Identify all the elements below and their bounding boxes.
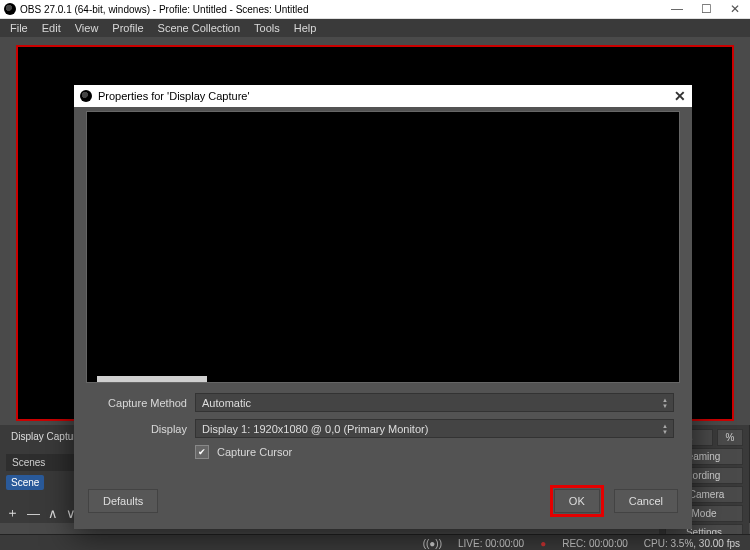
scene-item[interactable]: Scene [6,475,44,490]
preview-progress-bar [97,376,207,382]
dialog-title: Properties for 'Display Capture' [98,90,250,102]
app-window: OBS 27.0.1 (64-bit, windows) - Profile: … [0,0,750,550]
window-title: OBS 27.0.1 (64-bit, windows) - Profile: … [20,4,308,15]
ok-button[interactable]: OK [554,489,600,513]
menu-view[interactable]: View [75,22,99,34]
source-preview [86,111,680,383]
controls-row-1b[interactable]: % [717,429,743,446]
broadcast-icon: ((●)) [423,538,442,549]
status-bar: ((●)) LIVE: 00:00:00 ● REC: 00:00:00 CPU… [0,534,750,550]
capture-cursor-checkbox[interactable]: ✔ [195,445,209,459]
properties-form: Capture Method Automatic ▲▼ Display Disp… [74,383,692,459]
maximize-icon[interactable]: ☐ [701,2,712,16]
menu-scene-collection[interactable]: Scene Collection [158,22,241,34]
status-live: LIVE: 00:00:00 [458,538,524,549]
app-body: Display Capture Scenes Scene ＋ — ∧ ∨ ＋ —… [0,37,750,550]
close-window-icon[interactable]: ✕ [730,2,740,16]
capture-method-label: Capture Method [92,397,187,409]
scene-up-icon[interactable]: ∧ [48,506,58,521]
capture-method-select[interactable]: Automatic ▲▼ [195,393,674,412]
menu-profile[interactable]: Profile [112,22,143,34]
display-select[interactable]: Display 1: 1920x1080 @ 0,0 (Primary Moni… [195,419,674,438]
spinner-icon[interactable]: ▲▼ [659,420,671,437]
menu-tools[interactable]: Tools [254,22,280,34]
remove-scene-icon[interactable]: — [27,506,40,521]
cancel-button[interactable]: Cancel [614,489,678,513]
dialog-titlebar[interactable]: Properties for 'Display Capture' ✕ [74,85,692,107]
minimize-icon[interactable]: — [671,2,683,16]
add-scene-icon[interactable]: ＋ [6,504,19,522]
defaults-button[interactable]: Defaults [88,489,158,513]
menu-edit[interactable]: Edit [42,22,61,34]
capture-method-value: Automatic [202,397,251,409]
menu-help[interactable]: Help [294,22,317,34]
menu-file[interactable]: File [10,22,28,34]
capture-cursor-label: Capture Cursor [217,446,292,458]
close-icon[interactable]: ✕ [674,88,686,104]
titlebar: OBS 27.0.1 (64-bit, windows) - Profile: … [0,0,750,19]
obs-logo-icon [80,90,92,102]
display-label: Display [92,423,187,435]
dialog-footer: Defaults OK Cancel [74,475,692,529]
menubar: File Edit View Profile Scene Collection … [0,19,750,37]
ok-highlight: OK [550,485,604,517]
spinner-icon[interactable]: ▲▼ [659,394,671,411]
display-value: Display 1: 1920x1080 @ 0,0 (Primary Moni… [202,423,428,435]
status-cpu: CPU: 3.5%, 30.00 fps [644,538,740,549]
obs-logo-icon [4,3,16,15]
record-icon: ● [540,538,546,549]
scenes-tab-label: Scenes [6,454,74,471]
properties-dialog: Properties for 'Display Capture' ✕ Captu… [74,85,692,529]
status-rec: REC: 00:00:00 [562,538,628,549]
